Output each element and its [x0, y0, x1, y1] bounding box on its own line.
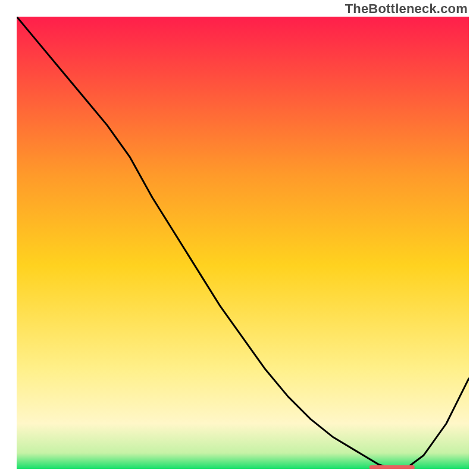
watermark-text: TheBottleneck.com: [345, 1, 468, 17]
gradient-rect: [17, 17, 469, 469]
chart-container: TheBottleneck.com: [0, 0, 476, 476]
plot-svg: [17, 17, 469, 469]
plot-area: [17, 17, 469, 469]
optimal-marker: [369, 465, 415, 469]
